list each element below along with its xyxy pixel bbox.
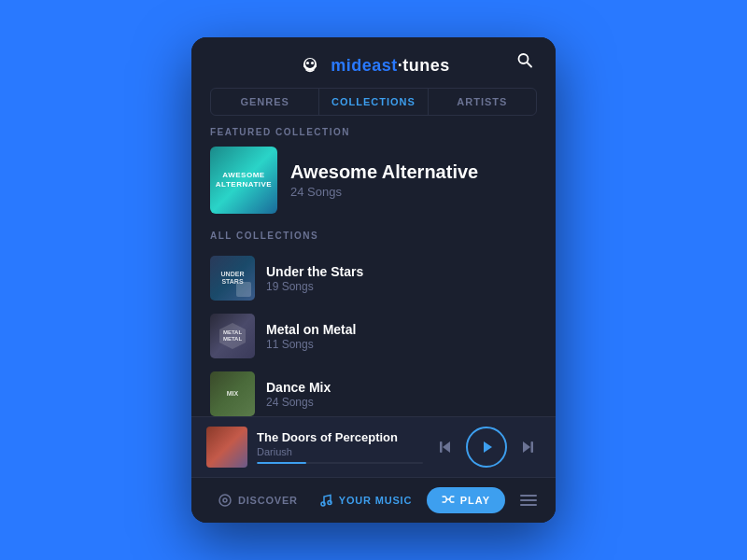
svg-point-13	[219, 495, 231, 506]
tab-genres[interactable]: GENRES	[211, 89, 319, 115]
collection-info-metal-on-metal: Metal on Metal 11 Songs	[266, 322, 356, 351]
prev-button[interactable]	[432, 434, 458, 460]
now-playing-artist: Dariush	[257, 446, 423, 457]
next-button[interactable]	[514, 434, 541, 460]
svg-point-14	[223, 498, 227, 502]
search-button[interactable]	[513, 49, 537, 77]
collection-info-dance-mix: Dance Mix 24 Songs	[266, 380, 331, 409]
menu-button[interactable]	[520, 495, 537, 506]
list-item[interactable]: MIX Dance Mix 24 Songs	[210, 366, 537, 416]
featured-thumbnail: AWESOME ALTERNATIVE	[210, 147, 277, 214]
logo-prefix: mideast	[331, 56, 398, 75]
discover-nav-item[interactable]: DISCOVER	[210, 489, 305, 511]
shuffle-icon	[442, 494, 455, 507]
svg-rect-5	[315, 63, 317, 67]
now-playing-thumbnail	[206, 427, 247, 468]
play-button[interactable]	[466, 427, 507, 468]
playback-controls	[432, 427, 541, 468]
collection-song-count: 19 Songs	[266, 280, 363, 293]
now-playing-title: The Doors of Perception	[257, 430, 423, 444]
svg-marker-11	[523, 441, 530, 453]
discover-icon	[218, 493, 233, 508]
collection-info-under-stars: Under the Stars 19 Songs	[266, 264, 363, 293]
all-collections-label: ALL COLLECTIONS	[210, 231, 537, 241]
collection-title: Dance Mix	[266, 380, 331, 395]
svg-point-2	[306, 62, 309, 64]
play-action-button[interactable]: PLAY	[427, 487, 505, 513]
your-music-nav-item[interactable]: YOUR MUSIC	[311, 489, 419, 511]
collection-title: Under the Stars	[266, 264, 363, 279]
tabs-container: GENRES COLLECTIONS ARTISTS	[210, 88, 537, 116]
featured-collection-card[interactable]: AWESOME ALTERNATIVE Awesome Alternative …	[210, 147, 537, 214]
bottom-nav: DISCOVER YOUR MUSIC PLAY	[191, 477, 556, 523]
header: mideast·tunes	[191, 37, 556, 88]
collection-thumbnail-metal-on-metal: METALMETAL	[210, 314, 255, 358]
collection-thumbnail-dance-mix: MIX	[210, 371, 255, 416]
collection-title: Metal on Metal	[266, 322, 356, 337]
featured-song-count: 24 Songs	[290, 185, 478, 199]
collections-list: UnderStars Under the Stars 19 Songs META…	[210, 250, 537, 416]
svg-rect-4	[303, 63, 305, 67]
now-playing-bar: The Doors of Perception Dariush	[191, 416, 556, 477]
list-item[interactable]: METALMETAL Metal on Metal 11 Songs	[210, 308, 537, 364]
tab-artists[interactable]: ARTISTS	[429, 89, 536, 115]
collection-thumbnail-under-stars: UnderStars	[210, 256, 255, 301]
featured-section-label: FEATURED COLLECTION	[210, 127, 537, 137]
svg-point-16	[328, 501, 331, 505]
logo: mideast·tunes	[297, 52, 450, 78]
music-note-icon	[318, 493, 333, 508]
featured-info: Awesome Alternative 24 Songs	[290, 161, 478, 199]
play-button-label: PLAY	[460, 495, 490, 506]
tab-collections[interactable]: COLLECTIONS	[319, 89, 428, 115]
your-music-label: YOUR MUSIC	[339, 495, 412, 506]
logo-suffix: tunes	[402, 56, 450, 75]
main-content: FEATURED COLLECTION AWESOME ALTERNATIVE …	[191, 127, 556, 416]
collection-song-count: 24 Songs	[266, 396, 331, 409]
svg-point-3	[311, 62, 314, 64]
svg-line-7	[528, 63, 532, 67]
svg-marker-8	[443, 441, 450, 453]
featured-thumb-text: AWESOME ALTERNATIVE	[210, 167, 277, 194]
collection-song-count: 11 Songs	[266, 338, 356, 351]
logo-icon	[297, 52, 323, 78]
svg-rect-9	[440, 441, 443, 453]
discover-label: DISCOVER	[238, 495, 298, 506]
featured-title: Awesome Alternative	[290, 161, 478, 183]
svg-marker-10	[484, 441, 492, 453]
now-playing-info: The Doors of Perception Dariush	[257, 430, 423, 464]
svg-point-15	[321, 502, 325, 506]
svg-rect-12	[531, 441, 534, 453]
now-playing-progress-fill	[257, 462, 306, 464]
now-playing-progress-bar	[257, 462, 423, 464]
list-item[interactable]: UnderStars Under the Stars 19 Songs	[210, 250, 537, 306]
app-container: mideast·tunes GENRES COLLECTIONS ARTISTS…	[191, 37, 556, 523]
logo-text: mideast·tunes	[331, 56, 450, 76]
